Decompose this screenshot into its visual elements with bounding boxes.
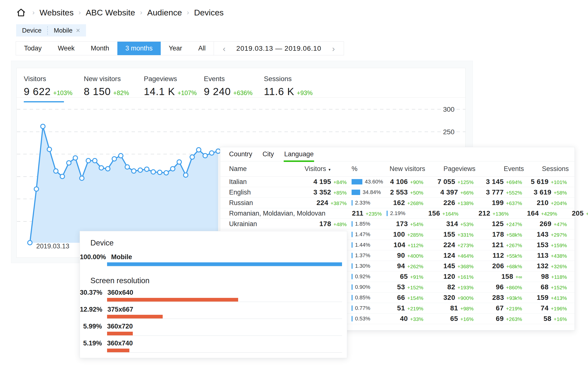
cell-new-visitors: 2 553+50% xyxy=(390,188,423,196)
chart-point[interactable] xyxy=(216,149,220,153)
chart-point[interactable] xyxy=(34,187,39,191)
filter-chip-value[interactable]: Mobile × xyxy=(48,24,86,36)
time-tab-week[interactable]: Week xyxy=(50,42,83,55)
chart-point[interactable] xyxy=(151,170,156,174)
chart-point[interactable] xyxy=(132,169,136,173)
table-tab-country[interactable]: Country xyxy=(229,147,252,161)
chart-point[interactable] xyxy=(93,158,97,163)
bar-row-head: 5.99%360x720 xyxy=(80,323,347,330)
chart-point[interactable] xyxy=(177,160,182,164)
sort-desc-icon[interactable]: ▾ xyxy=(329,167,331,172)
date-range[interactable]: 2019.03.13 — 2019.06.10 xyxy=(236,45,321,52)
breadcrumb-item-websites[interactable]: Websites xyxy=(39,8,74,17)
cell-value: 90 xyxy=(397,252,405,259)
x-axis-start-label: 2019.03.13 xyxy=(36,243,69,250)
table-row[interactable]: Ukrainian178+48%1.85%173+54%314+53%125+2… xyxy=(220,219,575,229)
pct-bar xyxy=(352,179,362,184)
chart-point[interactable] xyxy=(164,170,169,175)
chart-point[interactable] xyxy=(80,176,84,181)
chart-point[interactable] xyxy=(41,124,45,129)
col-header-new-visitors: New visitors xyxy=(390,165,441,173)
breadcrumb-item-audience[interactable]: Audience xyxy=(147,8,182,17)
chart-point[interactable] xyxy=(106,167,110,171)
cell-events: 121+267% xyxy=(474,241,522,249)
cell-value: 40 xyxy=(400,315,408,323)
chart-point[interactable] xyxy=(73,156,78,160)
stat-visitors[interactable]: Visitors9 622+103% xyxy=(24,75,84,97)
cell-value: 2 553 xyxy=(390,188,408,196)
chart-point[interactable] xyxy=(67,161,71,165)
chart-point[interactable] xyxy=(145,167,149,171)
chart-point[interactable] xyxy=(184,173,188,177)
table-row[interactable]: Romanian, Moldavian, Moldovan211+235%2.1… xyxy=(220,208,575,219)
chart-point[interactable] xyxy=(209,151,214,155)
home-icon[interactable] xyxy=(16,8,26,17)
chart-point[interactable] xyxy=(190,155,195,159)
chart-point[interactable] xyxy=(125,165,130,169)
filter-chip-field[interactable]: Device xyxy=(16,24,47,36)
table-row[interactable]: Russian224+387%2.33%162+268%226+138%199+… xyxy=(220,198,575,208)
chart-point[interactable] xyxy=(60,174,65,179)
stat-delta: +82% xyxy=(113,89,129,97)
cell-delta: +112% xyxy=(408,243,423,248)
chart-point[interactable] xyxy=(86,158,91,163)
resolution-row-360x640[interactable]: 30.37%360x640 xyxy=(80,289,347,302)
cell-pct: 2.33% xyxy=(347,200,390,206)
chart-point[interactable] xyxy=(171,167,175,171)
cell-value: 206 xyxy=(492,262,504,270)
cell-delta: +16% xyxy=(554,316,567,322)
stat-events[interactable]: Events9 240+636% xyxy=(204,75,264,97)
time-tab-all[interactable]: All xyxy=(190,42,214,55)
chart-point[interactable] xyxy=(28,241,32,245)
filter-chip[interactable]: Device Mobile × xyxy=(16,24,86,36)
stat-sessions[interactable]: Sessions11.6 K+93% xyxy=(264,75,324,97)
chart-point[interactable] xyxy=(196,148,201,152)
time-tab-3-months[interactable]: 3 months xyxy=(117,42,161,55)
remove-filter-icon[interactable]: × xyxy=(76,26,80,35)
chart-point[interactable] xyxy=(47,147,52,152)
cell-new-visitors: 66+154% xyxy=(390,294,423,302)
pct-text: 1.47% xyxy=(355,231,370,238)
col-header-visitors[interactable]: Visitors▾ xyxy=(290,165,347,173)
cell-sessions: 113+438% xyxy=(522,252,567,259)
chart-point[interactable] xyxy=(203,154,208,158)
cell-delta: +387% xyxy=(331,200,347,206)
next-date-icon[interactable]: › xyxy=(331,44,336,53)
time-tab-month[interactable]: Month xyxy=(83,42,117,55)
stat-pageviews[interactable]: Pageviews14.1 K+107% xyxy=(144,75,204,97)
resolution-row-375x667[interactable]: 12.92%375x667 xyxy=(80,306,347,319)
cell-visitors: 224+387% xyxy=(290,199,347,207)
cell-value: 113 xyxy=(537,252,549,259)
time-tab-today[interactable]: Today xyxy=(16,42,50,55)
screen-resolution-title: Screen resolution xyxy=(90,276,347,285)
stat-label: Pageviews xyxy=(144,75,204,83)
device-row-mobile[interactable]: 100.00%Mobile xyxy=(80,253,347,267)
stat-new-visitors[interactable]: New visitors8 150+82% xyxy=(84,75,144,97)
cell-value: 283 xyxy=(492,294,504,302)
chart-point[interactable] xyxy=(138,168,143,172)
breadcrumb-item-abc-website[interactable]: ABC Website xyxy=(86,8,135,17)
table-tab-city[interactable]: City xyxy=(263,147,274,161)
chart-point[interactable] xyxy=(99,166,104,170)
table-row[interactable]: English3 352+85%34.84%2 553+50%4 397+66%… xyxy=(220,187,575,198)
chart-point[interactable] xyxy=(112,157,117,161)
chart-point[interactable] xyxy=(54,169,58,173)
resolution-row-360x740[interactable]: 5.19%360x740 xyxy=(80,340,347,353)
breadcrumb-item-devices[interactable]: Devices xyxy=(194,8,224,17)
prev-date-icon[interactable]: ‹ xyxy=(221,44,227,53)
pct-bar xyxy=(352,200,353,206)
cell-value: 156 xyxy=(428,209,440,217)
table-tab-language[interactable]: Language xyxy=(284,147,314,161)
cell-delta: +54% xyxy=(410,221,423,227)
pct-text: 0.53% xyxy=(355,316,370,322)
chart-point[interactable] xyxy=(119,154,123,158)
pct-text: 2.19% xyxy=(390,210,405,217)
time-tab-year[interactable]: Year xyxy=(161,42,190,55)
table-row[interactable]: Italian4 195+84%43.60%4 106+90%7 055+125… xyxy=(220,177,575,187)
cell-pageviews: 7 055+125% xyxy=(423,178,474,186)
chart-point[interactable] xyxy=(158,170,162,175)
resolution-row-360x720[interactable]: 5.99%360x720 xyxy=(80,323,347,336)
cell-delta: +694% xyxy=(506,179,522,185)
pct-text: 1.85% xyxy=(355,221,370,227)
cell-value: 68 xyxy=(541,283,549,291)
